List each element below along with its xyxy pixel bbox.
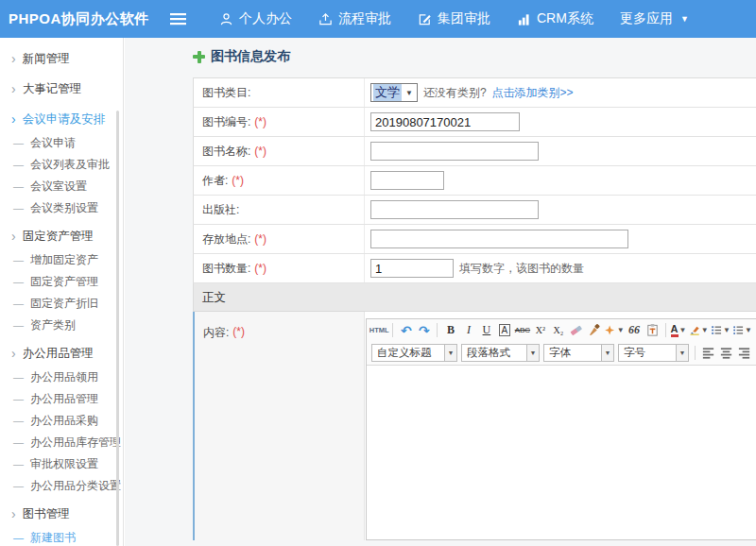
dash-icon: — [13, 388, 24, 410]
sidebar-menu: ›新闻管理›大事记管理›会议申请及安排—会议申请—会议列表及审批—会议室设置—会… [0, 38, 123, 546]
publisher-input[interactable] [370, 200, 539, 219]
hamburger-menu-icon[interactable] [170, 12, 189, 26]
nav-item-4[interactable]: 更多应用▼ [620, 10, 689, 27]
sidebar-item-会议类别设置[interactable]: —会议类别设置 [0, 197, 123, 219]
sidebar-item-label: 办公用品库存管理 [30, 432, 121, 453]
form-row-quantity: 图书数量:(*) 填写数字，该图书的数量 [193, 254, 756, 283]
highlight-color-button[interactable]: ▼ [689, 322, 709, 339]
quantity-input[interactable] [370, 259, 454, 278]
remove-format-button[interactable] [568, 322, 584, 339]
sidebar-group-label: 会议申请及安排 [23, 106, 106, 132]
undo-button[interactable]: ↶ [398, 322, 414, 339]
sidebar-item-label: 固定资产管理 [30, 271, 98, 293]
nav-item-2[interactable]: 集团审批 [418, 10, 490, 27]
align-right-button[interactable] [736, 345, 752, 362]
subscript-button[interactable]: X₂ [550, 322, 566, 339]
font-family-select[interactable]: 字体▼ [543, 344, 614, 362]
form-row-author: 作者:(*) [193, 166, 756, 196]
font-style-button[interactable]: A [496, 322, 512, 339]
sidebar: ›新闻管理›大事记管理›会议申请及安排—会议申请—会议列表及审批—会议室设置—会… [0, 38, 124, 546]
heading-select[interactable]: 自定义标题▼ [371, 344, 457, 362]
sidebar-group-固定资产管理[interactable]: ›固定资产管理 [0, 223, 123, 249]
sidebar-item-固定资产折旧[interactable]: —固定资产折旧 [0, 293, 123, 315]
align-left-button[interactable] [700, 345, 716, 362]
font-color-button[interactable]: A▼ [671, 322, 687, 339]
category-select[interactable]: 文学 ▼ [370, 83, 418, 102]
sidebar-item-固定资产管理[interactable]: —固定资产管理 [0, 271, 123, 293]
strikethrough-button[interactable]: ABC [514, 322, 530, 339]
nav-item-1[interactable]: 流程审批 [318, 10, 391, 27]
flow-icon [318, 12, 333, 26]
align-center-button[interactable] [718, 345, 734, 362]
blockquote-button[interactable]: 66 [627, 322, 643, 339]
nav-item-3[interactable]: CRM系统 [517, 10, 593, 27]
sidebar-scrollbar[interactable] [116, 111, 119, 546]
superscript-button[interactable]: X² [532, 322, 548, 339]
caret-down-icon: ▼ [526, 345, 539, 361]
sidebar-item-审批权限设置[interactable]: —审批权限设置 [0, 453, 123, 475]
form-row-book-name: 图书名称:(*) [193, 137, 756, 166]
font-size-select[interactable]: 字号▼ [618, 344, 689, 362]
caret-down-icon: ▼ [745, 326, 752, 334]
caret-down-icon: ▼ [676, 345, 688, 361]
dash-icon: — [13, 197, 24, 219]
nav-item-label: 流程审批 [338, 10, 391, 27]
select-caret-icon: ▼ [405, 89, 413, 97]
paragraph-format-select[interactable]: 段落格式▼ [461, 344, 540, 362]
sidebar-item-办公用品管理[interactable]: —办公用品管理 [0, 388, 123, 410]
sidebar-item-办公用品分类设置[interactable]: —办公用品分类设置 [0, 475, 123, 497]
sidebar-group-新闻管理[interactable]: ›新闻管理 [0, 45, 123, 72]
dash-icon: — [13, 176, 24, 197]
sidebar-item-资产类别[interactable]: —资产类别 [0, 315, 123, 336]
sidebar-group-label: 图书管理 [23, 501, 70, 527]
paste-text-button[interactable] [644, 322, 661, 339]
dash-icon: — [13, 293, 24, 315]
sidebar-item-办公用品采购[interactable]: —办公用品采购 [0, 410, 123, 432]
rich-text-editor: HTML↶↷BIUAABCX²X₂▼66A▼▼▼▼ 自定义标题▼段落格式▼字体▼… [366, 318, 756, 540]
add-category-link[interactable]: 点击添加类别>> [492, 85, 574, 101]
sidebar-item-会议列表及审批[interactable]: —会议列表及审批 [0, 154, 123, 176]
sidebar-item-新建图书[interactable]: —新建图书 [0, 527, 123, 546]
location-input[interactable] [370, 230, 628, 248]
nav-item-label: 个人办公 [239, 10, 292, 27]
italic-button[interactable]: I [460, 322, 476, 339]
sidebar-group-会议申请及安排[interactable]: ›会议申请及安排 [0, 106, 123, 132]
content-label: 内容:(*) [195, 312, 365, 540]
redo-button[interactable]: ↷ [416, 322, 432, 339]
publisher-label: 出版社: [194, 196, 365, 224]
bold-button[interactable]: B [442, 322, 458, 339]
sidebar-item-会议申请[interactable]: —会议申请 [0, 132, 123, 154]
sidebar-group-办公用品管理[interactable]: ›办公用品管理 [0, 340, 123, 367]
book-no-input[interactable] [370, 112, 520, 131]
top-nav: 个人办公流程审批集团审批CRM系统更多应用▼ [206, 10, 702, 27]
caret-down-icon: ▼ [601, 345, 613, 361]
rich-text-content[interactable] [367, 366, 756, 538]
format-painter-button[interactable] [586, 322, 602, 339]
form-row-category: 图书类目: 文学 ▼ 还没有类别? 点击添加类别>> [193, 78, 756, 108]
sidebar-item-增加固定资产[interactable]: —增加固定资产 [0, 249, 123, 271]
auto-typeset-button[interactable]: ▼ [604, 322, 624, 339]
chevron-right-icon: › [11, 52, 16, 65]
underline-button[interactable]: U [478, 322, 494, 339]
select-label: 自定义标题 [372, 345, 444, 361]
main-content: 图书信息发布 图书类目: 文学 ▼ 还没有类别? 点击添加类别>> 图 [125, 38, 756, 546]
sidebar-item-label: 增加固定资产 [30, 249, 98, 271]
sidebar-item-办公用品领用[interactable]: —办公用品领用 [0, 367, 123, 388]
book-name-input[interactable] [370, 142, 539, 161]
dash-icon: — [13, 271, 24, 293]
sidebar-item-label: 办公用品采购 [30, 410, 98, 432]
nav-item-0[interactable]: 个人办公 [219, 10, 292, 27]
html-source-button[interactable]: HTML [370, 322, 387, 339]
sidebar-group-大事记管理[interactable]: ›大事记管理 [0, 76, 123, 102]
form-row-location: 存放地点:(*) [193, 225, 756, 254]
sidebar-item-label: 新建图书 [30, 527, 76, 546]
sidebar-group-图书管理[interactable]: ›图书管理 [0, 501, 123, 527]
sidebar-group-label: 固定资产管理 [23, 223, 94, 249]
sidebar-item-办公用品库存管理[interactable]: —办公用品库存管理 [0, 432, 123, 453]
ordered-list-button[interactable]: ▼ [711, 322, 730, 339]
form-row-book-no: 图书编号:(*) [193, 108, 756, 137]
author-input[interactable] [370, 171, 444, 190]
sidebar-item-会议室设置[interactable]: —会议室设置 [0, 176, 123, 197]
unordered-list-button[interactable]: ▼ [732, 322, 752, 339]
sidebar-group-label: 办公用品管理 [23, 340, 94, 367]
